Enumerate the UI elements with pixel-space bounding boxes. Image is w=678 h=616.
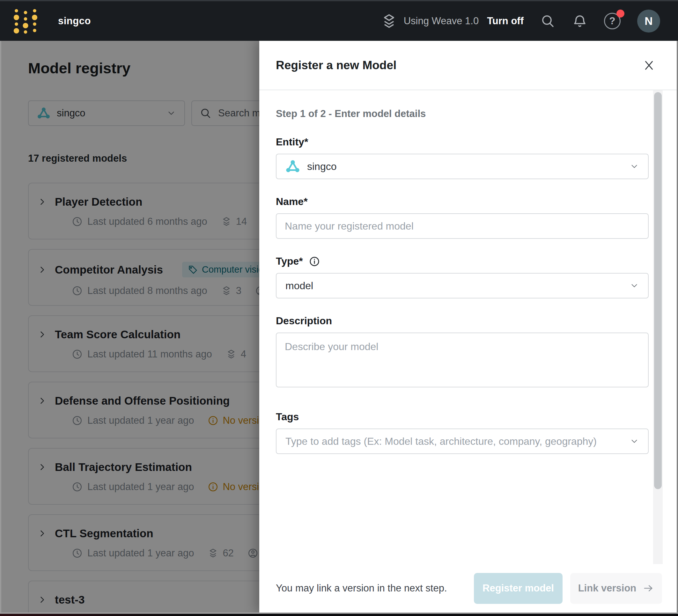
wandb-logo-icon[interactable] xyxy=(13,8,38,34)
turn-off-button[interactable]: Turn off xyxy=(487,15,524,27)
link-version-button[interactable]: Link version xyxy=(570,573,662,604)
chevron-down-icon xyxy=(630,281,639,291)
tags-select[interactable]: Type to add tags (Ex: Model task, archit… xyxy=(276,428,649,454)
window-left-edge xyxy=(0,41,1,616)
register-model-button[interactable]: Register model xyxy=(474,573,563,604)
tags-placeholder: Type to add tags (Ex: Model task, archit… xyxy=(286,435,597,447)
description-label-text: Description xyxy=(276,315,332,327)
chevron-down-icon xyxy=(630,162,639,171)
bell-icon[interactable] xyxy=(572,13,588,29)
name-label-text: Name* xyxy=(276,196,308,207)
entity-label-text: Entity* xyxy=(276,136,308,148)
window-bottom-edge xyxy=(0,613,678,616)
entity-label: Entity* xyxy=(276,136,649,148)
description-label: Description xyxy=(276,315,649,327)
drawer-scrollbar-track[interactable] xyxy=(653,90,663,564)
drawer-scrollbar-thumb[interactable] xyxy=(654,92,662,489)
drawer-body: Step 1 of 2 - Enter model details Entity… xyxy=(259,90,677,564)
type-label-text: Type* xyxy=(276,256,303,267)
workspace-title: singco xyxy=(58,15,91,27)
link-version-label: Link version xyxy=(578,582,637,594)
team-entity-icon xyxy=(286,159,300,174)
avatar[interactable]: N xyxy=(637,9,660,33)
weave-status-text: Using Weave 1.0 xyxy=(404,15,479,27)
description-textarea[interactable] xyxy=(276,333,649,387)
type-label: Type* xyxy=(276,256,649,267)
notification-dot xyxy=(616,9,625,17)
search-icon[interactable] xyxy=(540,13,556,29)
top-nav-bar: singco Using Weave 1.0 Turn off ? N xyxy=(0,0,678,41)
name-label: Name* xyxy=(276,196,649,207)
drawer-footer: You may link a version in the next step.… xyxy=(259,564,677,613)
type-select[interactable]: model xyxy=(276,273,649,299)
entity-select[interactable]: singco xyxy=(276,154,649,179)
help-button[interactable]: ? xyxy=(604,13,620,29)
arrow-right-icon xyxy=(643,582,654,594)
register-model-drawer: Register a new Model Step 1 of 2 - Enter… xyxy=(259,41,677,613)
drawer-header: Register a new Model xyxy=(259,41,677,90)
weave-status-group: Using Weave 1.0 Turn off xyxy=(381,13,524,29)
drawer-title: Register a new Model xyxy=(276,59,397,72)
close-icon[interactable] xyxy=(642,59,656,72)
step-indicator: Step 1 of 2 - Enter model details xyxy=(276,108,649,120)
info-icon[interactable] xyxy=(309,256,320,267)
type-select-value: model xyxy=(286,280,313,292)
name-input[interactable] xyxy=(276,213,649,239)
footer-note: You may link a version in the next step. xyxy=(276,582,447,594)
chevron-down-icon xyxy=(630,436,639,446)
tags-label-text: Tags xyxy=(276,411,299,423)
tags-label: Tags xyxy=(276,411,649,423)
topbar-actions: Using Weave 1.0 Turn off ? N xyxy=(381,9,660,33)
entity-select-value: singco xyxy=(307,161,337,172)
weave-layers-icon xyxy=(381,13,398,29)
